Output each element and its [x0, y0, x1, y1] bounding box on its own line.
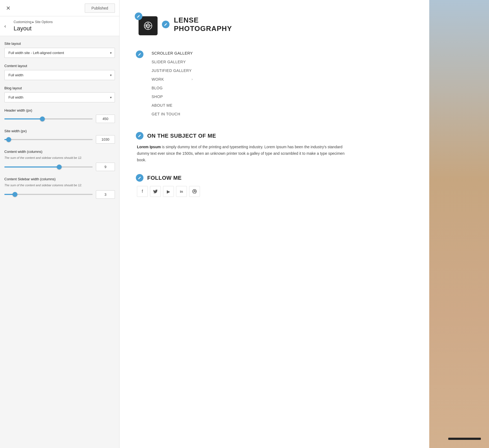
preview-inner: LENSEPHOTOGRAPHY SCROLLER GALLERY SLIDER… — [120, 0, 364, 219]
facebook-icon[interactable]: f — [137, 186, 148, 197]
about-section-title: ON THE SUBJECT OF ME — [147, 133, 216, 139]
site-layout-select[interactable]: Full width site - Left-aligned content F… — [4, 48, 115, 58]
content-layout-label: Content layout — [4, 64, 115, 68]
site-width-input[interactable] — [96, 135, 115, 144]
content-width-note: The sum of the content and sidebar colum… — [4, 156, 115, 160]
edit-badge-image[interactable] — [135, 12, 142, 20]
content-width-slider-container — [4, 164, 93, 170]
nav-item[interactable]: ABOUT ME — [152, 101, 193, 110]
site-width-slider-container — [4, 137, 93, 142]
content-layout-group: Content layout Full width Boxed ▾ — [4, 64, 115, 80]
dark-bar — [448, 438, 481, 440]
blog-layout-label: Blog layout — [4, 86, 115, 90]
site-width-slider-row — [4, 135, 115, 144]
content-width-input[interactable] — [96, 163, 115, 171]
section-header: ON THE SUBJECT OF ME — [136, 132, 353, 140]
nav-item[interactable]: BLOG — [152, 84, 193, 92]
photo-panel — [429, 0, 489, 448]
nav-item[interactable]: SCROLLER GALLERY — [152, 49, 193, 58]
published-button[interactable]: Published — [85, 4, 115, 13]
social-icons: f ▶ in — [136, 186, 353, 197]
sidebar-width-slider-container — [4, 192, 93, 197]
sidebar-width-label: Content Sidebar width (columns) — [4, 177, 115, 181]
header-width-slider-container — [4, 116, 93, 122]
edit-badge-logo-text[interactable] — [162, 21, 170, 28]
dribbble-icon[interactable] — [189, 186, 200, 197]
linkedin-icon[interactable]: in — [176, 186, 187, 197]
site-width-thumb[interactable] — [6, 137, 11, 142]
sidebar-width-thumb[interactable] — [12, 192, 17, 197]
header-width-slider-row — [4, 115, 115, 123]
site-width-label: Site width (px) — [4, 129, 115, 133]
about-body-text: is simply dummy text of the printing and… — [137, 145, 344, 162]
content-width-track — [4, 166, 93, 168]
twitter-icon[interactable] — [150, 186, 161, 197]
blog-layout-select-wrapper: Full width Boxed ▾ — [4, 92, 115, 102]
right-content-area: LENSEPHOTOGRAPHY SCROLLER GALLERY SLIDER… — [120, 0, 424, 219]
sidebar-width-note: The sum of the content and sidebar colum… — [4, 183, 115, 187]
photo-placeholder — [429, 0, 489, 448]
edit-badge-about[interactable] — [136, 132, 143, 140]
content-width-group: Content width (columns) The sum of the c… — [4, 150, 115, 171]
header-width-thumb[interactable] — [40, 116, 45, 121]
content-width-thumb[interactable] — [57, 165, 62, 169]
sidebar-width-track — [4, 194, 93, 195]
nav-list: SCROLLER GALLERY SLIDER GALLERY JUSTIFIE… — [146, 49, 193, 118]
nav-item[interactable]: GET IN TOUCH — [152, 110, 193, 118]
back-button[interactable]: ‹ — [4, 23, 6, 29]
sidebar-width-group: Content Sidebar width (columns) The sum … — [4, 177, 115, 198]
content-layout-select-wrapper: Full width Boxed ▾ — [4, 70, 115, 80]
logo-text: LENSEPHOTOGRAPHY — [174, 16, 232, 33]
panel-content: Site layout Full width site - Left-align… — [0, 36, 119, 448]
page-title: Layout — [14, 25, 114, 32]
content-width-slider-row — [4, 163, 115, 171]
sidebar-width-slider-row — [4, 190, 115, 199]
content-layout-select[interactable]: Full width Boxed — [4, 70, 115, 80]
logo-icon-wrapper — [136, 14, 158, 35]
header-width-input[interactable] — [96, 115, 115, 123]
header-width-group: Header width (px) — [4, 108, 115, 123]
edit-badge-follow[interactable] — [136, 174, 143, 182]
site-width-group: Site width (px) — [4, 129, 115, 144]
left-panel: ✕ Published ‹ Customizing ▸ Site Options… — [0, 0, 120, 448]
logo-area: LENSEPHOTOGRAPHY — [136, 14, 353, 35]
sidebar-width-input[interactable] — [96, 190, 115, 199]
site-width-track — [4, 139, 93, 140]
about-section: ON THE SUBJECT OF ME Lorem Ipsum is simp… — [136, 132, 353, 163]
header-width-track — [4, 118, 93, 119]
nav-item[interactable]: WORK › — [152, 75, 193, 84]
preview-panel: LENSEPHOTOGRAPHY SCROLLER GALLERY SLIDER… — [120, 0, 489, 448]
logo-icon — [139, 16, 158, 35]
close-button[interactable]: ✕ — [4, 3, 12, 13]
header-width-fill — [4, 118, 42, 119]
follow-header: FOLLOW ME — [136, 174, 353, 182]
nav-item[interactable]: JUSTIFIED GALLERY — [152, 66, 193, 75]
breadcrumb-section: ‹ Customizing ▸ Site Options Layout — [0, 16, 119, 36]
top-bar: ✕ Published — [0, 0, 119, 16]
content-width-label: Content width (columns) — [4, 150, 115, 154]
youtube-icon[interactable]: ▶ — [163, 186, 174, 197]
site-layout-select-wrapper: Full width site - Left-aligned content F… — [4, 48, 115, 58]
blog-layout-select[interactable]: Full width Boxed — [4, 92, 115, 102]
nav-item[interactable]: SLIDER GALLERY — [152, 58, 193, 66]
about-section-body: Lorem Ipsum is simply dummy text of the … — [136, 144, 353, 163]
nav-section: SCROLLER GALLERY SLIDER GALLERY JUSTIFIE… — [136, 49, 353, 118]
about-bold-text: Lorem Ipsum — [137, 145, 161, 149]
site-layout-label: Site layout — [4, 42, 115, 46]
nav-item[interactable]: SHOP — [152, 92, 193, 101]
blog-layout-group: Blog layout Full width Boxed ▾ — [4, 86, 115, 102]
content-width-fill — [4, 166, 59, 168]
header-width-label: Header width (px) — [4, 108, 115, 112]
follow-section-title: FOLLOW ME — [147, 175, 182, 181]
follow-section: FOLLOW ME f ▶ in — [136, 174, 353, 197]
site-layout-group: Site layout Full width site - Left-align… — [4, 42, 115, 58]
edit-badge-nav[interactable] — [136, 51, 143, 58]
breadcrumb-path: Customizing ▸ Site Options — [14, 20, 114, 24]
